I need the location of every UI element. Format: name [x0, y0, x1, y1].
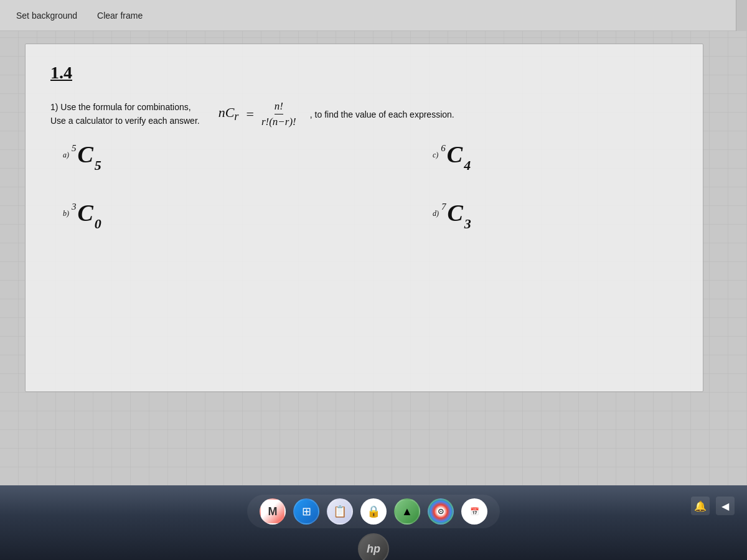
clear-frame-button[interactable]: Clear frame: [87, 6, 153, 26]
expr-c-b: C: [78, 199, 93, 226]
instruction-line1: 1) Use the formula for combinations,: [50, 100, 200, 114]
expression-d: d) 7 C 3: [433, 199, 678, 226]
expression-a: a) 5 C 5: [63, 141, 308, 168]
gmail-letter: M: [268, 505, 278, 518]
docs-icon: 📋: [333, 505, 347, 518]
formula-tail: , to find the value of each expression.: [310, 110, 454, 119]
hp-logo: hp: [358, 533, 389, 560]
expr-sub-c: 4: [464, 157, 471, 174]
expr-sup-b: 3: [72, 202, 77, 212]
hp-logo-area: hp: [358, 533, 389, 560]
expr-label-b: b): [63, 209, 69, 218]
problem-row: 1) Use the formula for combinations, Use…: [50, 100, 678, 128]
instruction-line2: Use a calculator to verify each answer.: [50, 114, 200, 128]
expr-sub-d: 3: [464, 216, 471, 232]
taskbar-icon-maps[interactable]: ▲: [394, 498, 420, 525]
taskbar-right-icons: 🔔 ◀: [691, 497, 735, 515]
maps-icon: ▲: [402, 505, 413, 518]
taskbar-icons-row: M ⊞ 📋 🔒 ▲ ⊙ 📅: [247, 495, 500, 528]
tray-icon-back[interactable]: ◀: [716, 497, 735, 515]
chrome-icon: ⊙: [438, 507, 444, 516]
expression-c: c) 6 C 4: [433, 141, 678, 168]
equals-sign: =: [247, 106, 254, 123]
main-area: 1.4 1) Use the formula for combinations,…: [0, 31, 747, 485]
hp-logo-text: hp: [367, 543, 380, 556]
taskbar: M ⊞ 📋 🔒 ▲ ⊙ 📅 hp 🔔 ◀: [0, 485, 747, 560]
expr-sup-c: 6: [441, 143, 446, 154]
expr-label-d: d): [433, 209, 439, 218]
expr-sub-b: 0: [95, 216, 101, 232]
taskbar-icon-files[interactable]: ⊞: [293, 498, 319, 525]
problem-instructions: 1) Use the formula for combinations, Use…: [50, 100, 200, 128]
taskbar-icon-drive[interactable]: 🔒: [360, 498, 387, 525]
expr-label-c: c): [433, 151, 438, 160]
expr-c-d: C: [448, 199, 463, 226]
calendar-icon: 📅: [470, 507, 479, 516]
formula-display: nCr = n! r!(n−r)! , to find the value of…: [218, 100, 454, 128]
section-title: 1.4: [50, 63, 678, 83]
set-background-button[interactable]: Set background: [6, 6, 87, 26]
fraction-numerator: n!: [275, 100, 283, 114]
expression-b: b) 3 C 0: [63, 199, 308, 226]
formula-lhs: nCr: [218, 105, 239, 123]
expr-sup-d: 7: [441, 202, 446, 212]
fraction-denominator: r!(n−r)!: [261, 114, 296, 128]
expr-c-a: C: [78, 141, 93, 168]
taskbar-icon-chrome[interactable]: ⊙: [428, 498, 454, 525]
tray-icon-notification[interactable]: 🔔: [691, 497, 710, 515]
files-icon: ⊞: [302, 505, 311, 518]
taskbar-icon-docs[interactable]: 📋: [327, 498, 353, 525]
expr-c-c: C: [447, 141, 463, 168]
taskbar-icon-calendar[interactable]: 📅: [461, 498, 487, 525]
content-frame: 1.4 1) Use the formula for combinations,…: [25, 44, 703, 392]
expr-sup-a: 5: [72, 143, 77, 154]
expressions-grid: a) 5 C 5 c) 6 C 4 b) 3 C 0 d): [63, 141, 678, 226]
taskbar-icon-gmail[interactable]: M: [260, 498, 286, 525]
toolbar: Set background Clear frame: [0, 0, 747, 31]
expr-label-a: a): [63, 151, 69, 160]
drive-icon: 🔒: [367, 505, 380, 518]
right-edge-indicator: [736, 0, 747, 31]
expr-sub-a: 5: [95, 157, 101, 174]
fraction: n! r!(n−r)!: [261, 100, 296, 128]
